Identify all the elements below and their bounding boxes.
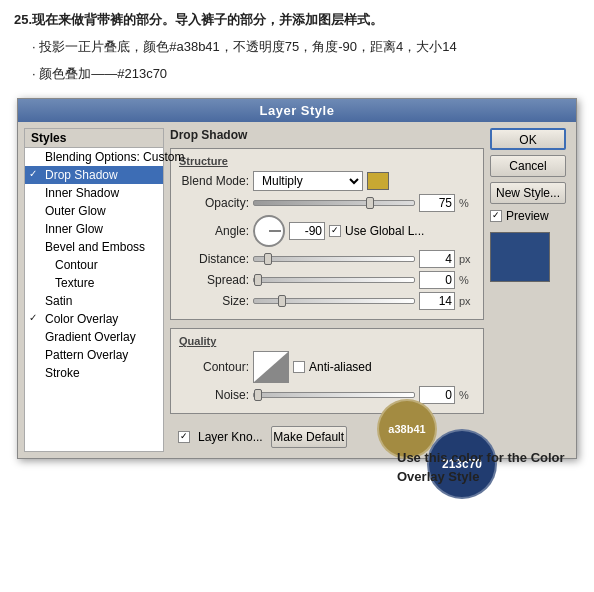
contour-label: Contour: (179, 360, 249, 374)
styles-panel: Styles Blending Options: Custom Drop Sha… (24, 128, 164, 452)
dialog-title: Layer Style (260, 103, 335, 118)
styles-panel-header: Styles (25, 129, 163, 148)
style-item-texture[interactable]: Texture (25, 274, 163, 292)
anti-aliased-checkbox[interactable] (293, 361, 305, 373)
dialog-body: Styles Blending Options: Custom Drop Sha… (18, 122, 576, 458)
angle-input[interactable] (289, 222, 325, 240)
size-unit: px (459, 295, 475, 307)
spread-thumb[interactable] (254, 274, 262, 286)
instruction-title: 25.现在来做背带裤的部分。导入裤子的部分，并添加图层样式。 (14, 10, 580, 31)
noise-label: Noise: (179, 388, 249, 402)
right-panel: OK Cancel New Style... Preview (490, 128, 570, 452)
noise-thumb[interactable] (254, 389, 262, 401)
dialog-titlebar: Layer Style (18, 99, 576, 122)
noise-slider[interactable] (253, 392, 415, 398)
noise-unit: % (459, 389, 475, 401)
use-global-checkbox[interactable] (329, 225, 341, 237)
angle-row: Angle: Use Global L... (179, 215, 475, 247)
angle-wheel[interactable] (253, 215, 285, 247)
distance-thumb[interactable] (264, 253, 272, 265)
style-item-pattern-overlay[interactable]: Pattern Overlay (25, 346, 163, 364)
annotation-area: a38b41 213c70 Use this color for the Col… (17, 439, 577, 539)
distance-row: Distance: px (179, 250, 475, 268)
spread-input[interactable] (419, 271, 455, 289)
quality-title: Quality (179, 335, 475, 347)
spread-row: Spread: % (179, 271, 475, 289)
style-item-blending[interactable]: Blending Options: Custom (25, 148, 163, 166)
use-global-label: Use Global L... (345, 224, 424, 238)
distance-label: Distance: (179, 252, 249, 266)
anti-aliased-label: Anti-aliased (309, 360, 372, 374)
opacity-row: Opacity: % (179, 194, 475, 212)
annotation-text: Use this color for the Color Overlay Sty… (397, 449, 577, 529)
svg-marker-0 (254, 352, 288, 382)
distance-input[interactable] (419, 250, 455, 268)
opacity-unit: % (459, 197, 475, 209)
noise-row: Noise: % (179, 386, 475, 404)
opacity-slider[interactable] (253, 200, 415, 206)
opacity-thumb[interactable] (366, 197, 374, 209)
structure-box: Structure Blend Mode: Multiply Normal Sc… (170, 148, 484, 320)
angle-line (269, 231, 281, 232)
drop-shadow-header: Drop Shadow (170, 128, 484, 142)
style-item-inner-shadow[interactable]: Inner Shadow (25, 184, 163, 202)
size-slider[interactable] (253, 298, 415, 304)
bullet2: · 颜色叠加——#213c70 (14, 64, 580, 85)
cancel-button[interactable]: Cancel (490, 155, 566, 177)
distance-slider[interactable] (253, 256, 415, 262)
preview-checkbox[interactable] (490, 210, 502, 222)
style-item-bevel-emboss[interactable]: Bevel and Emboss (25, 238, 163, 256)
ok-button[interactable]: OK (490, 128, 566, 150)
style-item-satin[interactable]: Satin (25, 292, 163, 310)
contour-preview[interactable] (253, 351, 289, 383)
preview-label: Preview (506, 209, 549, 223)
spread-slider[interactable] (253, 277, 415, 283)
style-item-color-overlay[interactable]: Color Overlay (25, 310, 163, 328)
dialog-overlay: Layer Style Styles Blending Options: Cus… (0, 98, 594, 539)
spread-label: Spread: (179, 273, 249, 287)
size-row: Size: px (179, 292, 475, 310)
style-item-drop-shadow[interactable]: Drop Shadow (25, 166, 163, 184)
style-item-contour[interactable]: Contour (25, 256, 163, 274)
structure-title: Structure (179, 155, 475, 167)
size-label: Size: (179, 294, 249, 308)
opacity-label: Opacity: (179, 196, 249, 210)
blend-mode-label: Blend Mode: (179, 174, 249, 188)
style-item-stroke[interactable]: Stroke (25, 364, 163, 382)
spread-unit: % (459, 274, 475, 286)
new-style-button[interactable]: New Style... (490, 182, 566, 204)
style-item-inner-glow[interactable]: Inner Glow (25, 220, 163, 238)
distance-unit: px (459, 253, 475, 265)
blend-mode-select[interactable]: Multiply Normal Screen (253, 171, 363, 191)
blend-color-swatch[interactable] (367, 172, 389, 190)
quality-box: Quality Contour: Anti-aliased (170, 328, 484, 414)
contour-row: Contour: Anti-aliased (179, 351, 475, 383)
size-thumb[interactable] (278, 295, 286, 307)
style-item-gradient-overlay[interactable]: Gradient Overlay (25, 328, 163, 346)
layer-style-dialog: Layer Style Styles Blending Options: Cus… (17, 98, 577, 459)
noise-input[interactable] (419, 386, 455, 404)
middle-panel: Drop Shadow Structure Blend Mode: Multip… (170, 128, 484, 452)
blend-mode-row: Blend Mode: Multiply Normal Screen (179, 171, 475, 191)
color-preview-box (490, 232, 550, 282)
size-input[interactable] (419, 292, 455, 310)
preview-row: Preview (490, 209, 570, 223)
opacity-input[interactable] (419, 194, 455, 212)
bullet1: · 投影一正片叠底，颜色#a38b41，不透明度75，角度-90，距离4，大小1… (14, 37, 580, 58)
instruction-block: 25.现在来做背带裤的部分。导入裤子的部分，并添加图层样式。 · 投影一正片叠底… (0, 0, 594, 98)
angle-label: Angle: (179, 224, 249, 238)
style-item-outer-glow[interactable]: Outer Glow (25, 202, 163, 220)
